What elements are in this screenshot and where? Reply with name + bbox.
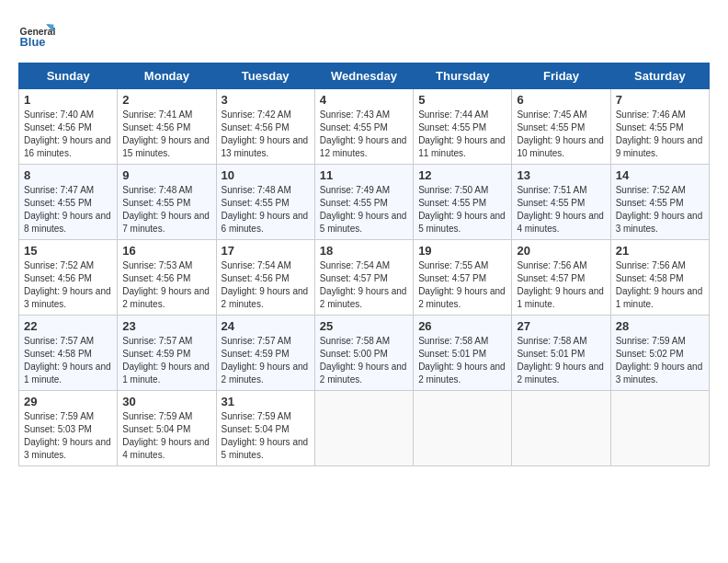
calendar-cell: 6Sunrise: 7:45 AMSunset: 4:55 PMDaylight… [512,89,610,165]
header-tuesday: Tuesday [216,63,314,89]
day-info: Sunrise: 7:44 AMSunset: 4:55 PMDaylight:… [418,109,506,160]
svg-text:Blue: Blue [20,35,46,49]
day-info: Sunrise: 7:48 AMSunset: 4:55 PMDaylight:… [122,184,210,236]
day-number: 14 [616,168,704,182]
calendar-cell: 1Sunrise: 7:40 AMSunset: 4:56 PMDaylight… [19,89,118,165]
calendar-cell: 8Sunrise: 7:47 AMSunset: 4:55 PMDaylight… [19,165,118,240]
day-info: Sunrise: 7:45 AMSunset: 4:55 PMDaylight:… [517,109,605,160]
calendar-cell: 16Sunrise: 7:53 AMSunset: 4:56 PMDayligh… [118,240,216,316]
calendar-cell: 10Sunrise: 7:48 AMSunset: 4:55 PMDayligh… [216,165,314,240]
header-saturday: Saturday [610,63,709,89]
day-number: 5 [418,93,506,107]
calendar-cell: 13Sunrise: 7:51 AMSunset: 4:55 PMDayligh… [512,165,610,240]
calendar-cell: 17Sunrise: 7:54 AMSunset: 4:56 PMDayligh… [216,240,314,316]
day-info: Sunrise: 7:55 AMSunset: 4:57 PMDaylight:… [418,259,506,311]
day-info: Sunrise: 7:59 AMSunset: 5:04 PMDaylight:… [122,410,210,462]
day-number: 31 [222,395,310,408]
week-row-4: 22Sunrise: 7:57 AMSunset: 4:58 PMDayligh… [19,316,710,391]
day-number: 15 [24,244,112,258]
day-info: Sunrise: 7:58 AMSunset: 5:01 PMDaylight:… [418,335,506,386]
day-info: Sunrise: 7:48 AMSunset: 4:55 PMDaylight:… [222,184,310,236]
day-number: 17 [222,244,310,258]
calendar-cell: 14Sunrise: 7:52 AMSunset: 4:55 PMDayligh… [610,165,709,240]
page-header: General Blue [18,18,710,55]
calendar-cell: 22Sunrise: 7:57 AMSunset: 4:58 PMDayligh… [19,316,118,391]
day-number: 3 [222,93,310,107]
calendar-cell: 2Sunrise: 7:41 AMSunset: 4:56 PMDaylight… [118,89,216,165]
logo-icon: General Blue [18,18,55,55]
calendar-header-row: SundayMondayTuesdayWednesdayThursdayFrid… [19,63,710,89]
day-number: 9 [122,168,210,182]
calendar-cell: 4Sunrise: 7:43 AMSunset: 4:55 PMDaylight… [314,89,413,165]
calendar-cell: 20Sunrise: 7:56 AMSunset: 4:57 PMDayligh… [512,240,610,316]
day-number: 12 [418,168,506,182]
calendar-cell: 30Sunrise: 7:59 AMSunset: 5:04 PMDayligh… [118,391,216,466]
day-info: Sunrise: 7:59 AMSunset: 5:02 PMDaylight:… [616,335,704,386]
calendar-cell: 23Sunrise: 7:57 AMSunset: 4:59 PMDayligh… [118,316,216,391]
day-number: 22 [24,319,112,333]
calendar-cell: 27Sunrise: 7:58 AMSunset: 5:01 PMDayligh… [512,316,610,391]
calendar-cell [314,391,413,466]
day-info: Sunrise: 7:57 AMSunset: 4:59 PMDaylight:… [222,335,310,386]
calendar-cell: 12Sunrise: 7:50 AMSunset: 4:55 PMDayligh… [414,165,512,240]
calendar-cell [610,391,709,466]
calendar-cell [414,391,512,466]
day-number: 4 [320,93,408,107]
calendar-cell: 26Sunrise: 7:58 AMSunset: 5:01 PMDayligh… [414,316,512,391]
day-number: 23 [122,319,210,333]
day-number: 11 [320,168,408,182]
header-sunday: Sunday [19,63,118,89]
day-number: 29 [24,395,112,408]
day-number: 6 [517,93,605,107]
day-info: Sunrise: 7:41 AMSunset: 4:56 PMDaylight:… [122,109,210,160]
day-number: 30 [122,395,210,408]
header-monday: Monday [118,63,216,89]
day-info: Sunrise: 7:52 AMSunset: 4:56 PMDaylight:… [24,259,112,311]
day-number: 8 [24,168,112,182]
calendar-cell: 11Sunrise: 7:49 AMSunset: 4:55 PMDayligh… [314,165,413,240]
day-number: 18 [320,244,408,258]
calendar-cell: 7Sunrise: 7:46 AMSunset: 4:55 PMDaylight… [610,89,709,165]
day-info: Sunrise: 7:58 AMSunset: 5:00 PMDaylight:… [320,335,408,386]
day-info: Sunrise: 7:56 AMSunset: 4:58 PMDaylight:… [616,259,704,311]
calendar-cell: 21Sunrise: 7:56 AMSunset: 4:58 PMDayligh… [610,240,709,316]
calendar-cell: 18Sunrise: 7:54 AMSunset: 4:57 PMDayligh… [314,240,413,316]
header-wednesday: Wednesday [314,63,413,89]
day-info: Sunrise: 7:57 AMSunset: 4:59 PMDaylight:… [122,335,210,386]
day-info: Sunrise: 7:59 AMSunset: 5:04 PMDaylight:… [222,410,310,462]
day-info: Sunrise: 7:51 AMSunset: 4:55 PMDaylight:… [517,184,605,236]
day-info: Sunrise: 7:47 AMSunset: 4:55 PMDaylight:… [24,184,112,236]
calendar-cell [512,391,610,466]
day-info: Sunrise: 7:42 AMSunset: 4:56 PMDaylight:… [222,109,310,160]
calendar-cell: 15Sunrise: 7:52 AMSunset: 4:56 PMDayligh… [19,240,118,316]
day-info: Sunrise: 7:46 AMSunset: 4:55 PMDaylight:… [616,109,704,160]
day-number: 10 [222,168,310,182]
day-number: 21 [616,244,704,258]
day-info: Sunrise: 7:59 AMSunset: 5:03 PMDaylight:… [24,410,112,462]
week-row-1: 1Sunrise: 7:40 AMSunset: 4:56 PMDaylight… [19,89,710,165]
week-row-3: 15Sunrise: 7:52 AMSunset: 4:56 PMDayligh… [19,240,710,316]
calendar-cell: 24Sunrise: 7:57 AMSunset: 4:59 PMDayligh… [216,316,314,391]
day-info: Sunrise: 7:49 AMSunset: 4:55 PMDaylight:… [320,184,408,236]
day-info: Sunrise: 7:57 AMSunset: 4:58 PMDaylight:… [24,335,112,386]
day-number: 13 [517,168,605,182]
calendar-cell: 25Sunrise: 7:58 AMSunset: 5:00 PMDayligh… [314,316,413,391]
logo: General Blue [18,18,59,55]
calendar-cell: 5Sunrise: 7:44 AMSunset: 4:55 PMDaylight… [414,89,512,165]
calendar-table: SundayMondayTuesdayWednesdayThursdayFrid… [18,63,710,466]
day-info: Sunrise: 7:54 AMSunset: 4:57 PMDaylight:… [320,259,408,311]
day-number: 19 [418,244,506,258]
calendar-cell: 9Sunrise: 7:48 AMSunset: 4:55 PMDaylight… [118,165,216,240]
day-info: Sunrise: 7:58 AMSunset: 5:01 PMDaylight:… [517,335,605,386]
day-number: 26 [418,319,506,333]
header-friday: Friday [512,63,610,89]
calendar-cell: 28Sunrise: 7:59 AMSunset: 5:02 PMDayligh… [610,316,709,391]
calendar-cell: 31Sunrise: 7:59 AMSunset: 5:04 PMDayligh… [216,391,314,466]
day-info: Sunrise: 7:53 AMSunset: 4:56 PMDaylight:… [122,259,210,311]
header-thursday: Thursday [414,63,512,89]
day-info: Sunrise: 7:56 AMSunset: 4:57 PMDaylight:… [517,259,605,311]
day-info: Sunrise: 7:40 AMSunset: 4:56 PMDaylight:… [24,109,112,160]
week-row-2: 8Sunrise: 7:47 AMSunset: 4:55 PMDaylight… [19,165,710,240]
day-info: Sunrise: 7:54 AMSunset: 4:56 PMDaylight:… [222,259,310,311]
calendar-cell: 19Sunrise: 7:55 AMSunset: 4:57 PMDayligh… [414,240,512,316]
